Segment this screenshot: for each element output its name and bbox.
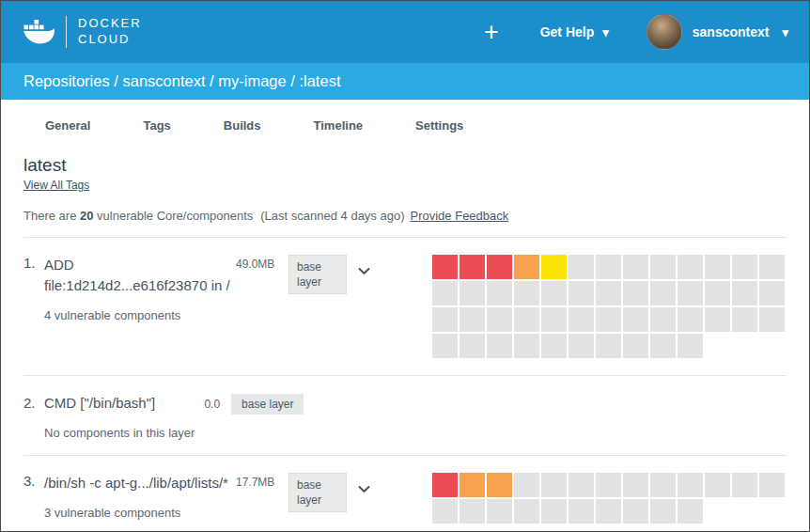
- chevron-down-icon[interactable]: [356, 263, 372, 279]
- component-square[interactable]: [596, 281, 621, 305]
- component-square[interactable]: [650, 255, 676, 279]
- base-layer-select[interactable]: base layer: [288, 255, 347, 294]
- component-square[interactable]: [650, 473, 676, 497]
- component-square[interactable]: [650, 334, 676, 358]
- component-square[interactable]: [705, 255, 730, 279]
- component-square[interactable]: [514, 473, 539, 497]
- tab-tags[interactable]: Tags: [143, 118, 170, 133]
- component-square[interactable]: [514, 334, 539, 358]
- component-square[interactable]: [705, 307, 730, 332]
- component-square[interactable]: [596, 255, 621, 279]
- component-square[interactable]: [487, 255, 512, 279]
- component-square[interactable]: [759, 473, 785, 497]
- base-layer-select[interactable]: base layer: [288, 473, 347, 512]
- user-menu[interactable]: sanscontext ▾: [693, 24, 788, 39]
- component-square[interactable]: [460, 334, 485, 358]
- component-square[interactable]: [732, 473, 757, 497]
- component-square[interactable]: [460, 499, 485, 524]
- component-square[interactable]: [569, 307, 594, 332]
- component-square[interactable]: [487, 307, 512, 332]
- component-square[interactable]: [732, 307, 757, 332]
- component-square[interactable]: [650, 499, 676, 524]
- component-square[interactable]: [650, 281, 676, 305]
- component-square[interactable]: [759, 307, 785, 332]
- tabs: GeneralTagsBuildsTimelineSettings: [1, 100, 809, 148]
- component-square[interactable]: [732, 255, 757, 279]
- component-square[interactable]: [623, 307, 648, 332]
- component-square[interactable]: [541, 281, 567, 305]
- component-square[interactable]: [460, 281, 485, 305]
- component-square[interactable]: [569, 473, 594, 497]
- brand[interactable]: DOCKER CLOUD: [23, 16, 142, 48]
- component-square[interactable]: [623, 499, 648, 524]
- get-help-menu[interactable]: Get Help ▾: [540, 24, 609, 39]
- component-square[interactable]: [596, 307, 621, 332]
- component-square[interactable]: [487, 473, 512, 497]
- component-square[interactable]: [487, 499, 512, 524]
- chevron-down-icon[interactable]: [356, 481, 372, 497]
- component-square[interactable]: [569, 281, 594, 305]
- component-square[interactable]: [650, 307, 676, 332]
- component-square[interactable]: [432, 255, 458, 279]
- component-square[interactable]: [596, 334, 621, 358]
- tab-builds[interactable]: Builds: [224, 118, 261, 133]
- component-square[interactable]: [541, 499, 567, 524]
- component-square[interactable]: [541, 334, 567, 358]
- base-layer-select[interactable]: base layer: [231, 394, 304, 415]
- add-button[interactable]: +: [484, 20, 499, 45]
- component-square[interactable]: [623, 334, 648, 358]
- component-square[interactable]: [432, 473, 458, 497]
- component-square[interactable]: [487, 334, 512, 358]
- tab-timeline[interactable]: Timeline: [314, 118, 364, 133]
- component-square[interactable]: [460, 473, 485, 497]
- component-square[interactable]: [705, 473, 730, 497]
- component-square[interactable]: [514, 255, 539, 279]
- component-square[interactable]: [487, 281, 512, 305]
- component-square[interactable]: [514, 499, 539, 524]
- component-square[interactable]: [569, 334, 594, 358]
- view-all-tags-link[interactable]: View All Tags: [23, 179, 89, 192]
- component-square[interactable]: [432, 334, 458, 358]
- layer-note: No components in this layer: [44, 426, 195, 440]
- component-square[interactable]: [623, 473, 648, 497]
- component-square[interactable]: [678, 334, 703, 358]
- component-square[interactable]: [759, 281, 785, 305]
- vulnerable-count: 20: [80, 209, 93, 223]
- component-square[interactable]: [759, 255, 785, 279]
- component-square[interactable]: [678, 499, 703, 524]
- component-square[interactable]: [432, 499, 458, 524]
- tab-settings[interactable]: Settings: [415, 118, 463, 133]
- breadcrumb[interactable]: Repositories / sanscontext / my-image / …: [23, 72, 340, 90]
- component-square[interactable]: [678, 307, 703, 332]
- component-square[interactable]: [678, 473, 703, 497]
- docker-whale-icon: [23, 20, 55, 45]
- component-square[interactable]: [678, 281, 703, 305]
- component-square[interactable]: [569, 255, 594, 279]
- component-square[interactable]: [514, 281, 539, 305]
- component-square[interactable]: [432, 307, 458, 332]
- component-square[interactable]: [460, 255, 485, 279]
- component-square[interactable]: [569, 499, 594, 524]
- tab-general[interactable]: General: [45, 118, 90, 133]
- component-square[interactable]: [596, 473, 621, 497]
- provide-feedback-link[interactable]: Provide Feedback: [411, 209, 509, 223]
- component-square[interactable]: [623, 281, 648, 305]
- component-square[interactable]: [514, 307, 539, 332]
- component-square[interactable]: [705, 281, 730, 305]
- avatar[interactable]: [646, 14, 682, 50]
- layer-note: 3 vulnerable components: [44, 506, 236, 520]
- component-square[interactable]: [541, 255, 567, 279]
- layer-size: 49.0MB: [236, 255, 283, 271]
- component-square[interactable]: [678, 255, 703, 279]
- brand-divider: [66, 16, 67, 48]
- component-square[interactable]: [596, 499, 621, 524]
- component-square[interactable]: [432, 281, 458, 305]
- scan-suffix: vulnerable Core/components: [93, 209, 253, 223]
- component-square[interactable]: [732, 281, 757, 305]
- vulnerability-grid: [432, 473, 787, 525]
- component-square[interactable]: [541, 473, 567, 497]
- component-square[interactable]: [623, 255, 648, 279]
- component-square[interactable]: [541, 307, 567, 332]
- scan-prefix: There are: [23, 209, 80, 223]
- component-square[interactable]: [460, 307, 485, 332]
